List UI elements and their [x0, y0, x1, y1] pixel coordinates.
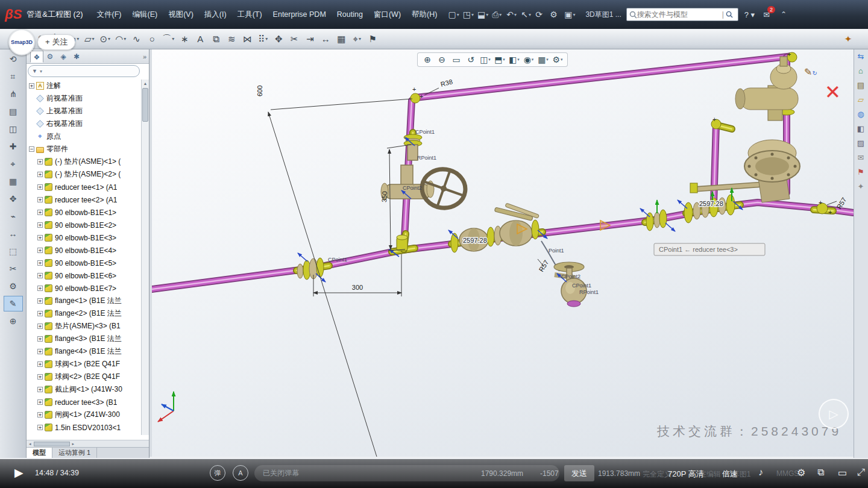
expand-toggle-icon[interactable]: + — [37, 387, 43, 392]
tree-item[interactable]: +flange<2> (B1E 法兰 — [27, 307, 141, 320]
exit-sketch-icon[interactable]: ✎ — [804, 67, 812, 77]
piping-3d-scene[interactable]: 600 350 300 R38 R57 R57 2597.28 2597.28 … — [152, 49, 854, 458]
panel-tab-1[interactable]: ⚙ — [43, 51, 57, 63]
sketch-tool-21[interactable]: ⚑ — [365, 31, 380, 48]
sketch-tool-6[interactable]: ∿ — [128, 31, 144, 48]
taskpane-tool-4[interactable]: ◍ — [854, 107, 867, 122]
left-tool-13[interactable]: ⚙ — [4, 278, 23, 294]
expand-toggle-icon[interactable]: + — [37, 374, 43, 380]
hud-tool-9[interactable]: ⚙▾ — [550, 53, 565, 66]
menu-item-3[interactable]: 插入(I) — [199, 8, 232, 22]
panel-chevron-icon[interactable]: » — [143, 53, 146, 60]
tree-item[interactable]: 前视基准面 — [27, 92, 141, 105]
tree-item[interactable]: +flange<1> (B1E 法兰 — [27, 295, 141, 307]
expand-toggle-icon[interactable]: + — [37, 298, 43, 304]
tree-item[interactable]: +reducer tee<1> (A1 — [27, 181, 141, 193]
expand-toggle-icon[interactable]: + — [37, 412, 43, 418]
expand-toggle-icon[interactable]: + — [37, 210, 43, 215]
sketch-tool-17[interactable]: ⇥ — [302, 31, 318, 48]
taskpane-tool-9[interactable]: ✦ — [854, 180, 867, 194]
capture-button[interactable]: ▣▾ — [562, 7, 577, 22]
sketch-tool-5[interactable]: ◠▾ — [113, 31, 128, 48]
expand-toggle-icon[interactable]: + — [37, 159, 43, 164]
sketch-tool-4[interactable]: ⊙▾ — [97, 31, 113, 48]
panel-tab-0[interactable]: ❖ — [30, 51, 43, 63]
print-button[interactable]: ⎙▾ — [490, 7, 505, 22]
uploader-avatar[interactable]: Smap3D — [8, 29, 35, 55]
cancel-sketch-icon[interactable]: ✕ — [825, 81, 841, 104]
send-danmaku-button[interactable]: 发送 — [564, 465, 594, 481]
tree-item[interactable]: +截止阀<1> (J41W-30 — [27, 383, 141, 396]
expand-toggle-icon[interactable]: + — [37, 260, 43, 266]
taskpane-tool-7[interactable]: ✉ — [854, 151, 867, 165]
left-tool-14[interactable]: ✎ — [4, 296, 23, 311]
tree-item[interactable]: +球阀<1> (B2E Q41F — [27, 358, 141, 371]
taskpane-tool-0[interactable]: ⇆ — [854, 49, 867, 64]
expand-toggle-icon[interactable]: + — [37, 425, 43, 430]
player-settings-icon[interactable]: ⚙ — [797, 467, 805, 478]
sketch-tool-trailing[interactable]: ✦ — [840, 31, 856, 48]
scroll-right-icon[interactable]: ▸ — [70, 442, 77, 446]
danmaku-style-icon[interactable]: A — [233, 465, 248, 481]
taskpane-tool-6[interactable]: ▨ — [854, 136, 867, 151]
select-button[interactable]: ↖▾ — [519, 7, 533, 22]
follow-button[interactable]: + 关注 — [37, 34, 75, 50]
left-tool-7[interactable]: ▦ — [4, 174, 23, 189]
menu-item-8[interactable]: 帮助(H) — [406, 8, 442, 22]
sketch-tool-20[interactable]: ⌖▾ — [349, 31, 365, 48]
taskpane-tool-2[interactable]: ▤ — [854, 78, 867, 93]
open-button[interactable]: ◳▾ — [461, 7, 476, 22]
tree-item[interactable]: +闸阀<1> (Z41W-300 — [27, 408, 141, 421]
panel-tab-2[interactable]: ◈ — [57, 51, 70, 63]
tree-vertical-scrollbar[interactable]: ▲ — [141, 80, 149, 435]
new-button[interactable]: ▢▾ — [446, 7, 461, 22]
taskpane-tool-3[interactable]: ▱ — [854, 93, 867, 107]
scroll-up-icon[interactable]: ▲ — [142, 80, 149, 87]
hud-tool-6[interactable]: ◧▾ — [507, 53, 521, 66]
expand-toggle-icon[interactable]: + — [37, 235, 43, 240]
tree-item[interactable]: −零部件 — [27, 143, 141, 155]
tree-item[interactable]: +90 elbowb-B1E<6> — [27, 269, 141, 282]
status-units[interactable]: MMGS — [776, 469, 799, 478]
search-box[interactable]: | — [626, 8, 738, 21]
menu-item-5[interactable]: Enterprise PDM — [268, 8, 332, 20]
tree-filter-input[interactable]: ▼ ▾ — [28, 65, 140, 77]
tree-item[interactable]: +90 elbowb-B1E<7> — [27, 282, 141, 295]
doc-tab-1[interactable]: 运动算例 1 — [52, 448, 97, 458]
sketch-tool-8[interactable]: ⌒▾ — [160, 31, 177, 48]
left-tool-5[interactable]: ✚ — [4, 139, 23, 154]
sketch-tool-14[interactable]: ⠿▾ — [255, 31, 271, 48]
tree-item[interactable]: +90 elbowb-B1E<5> — [27, 257, 141, 269]
tree-item[interactable]: 右视基准面 — [27, 117, 141, 130]
mini-play-button[interactable]: ▷ — [819, 399, 849, 429]
sketch-tool-16[interactable]: ✂ — [286, 31, 302, 48]
tree-item[interactable]: +flange<4> (B1E 法兰 — [27, 345, 141, 358]
expand-toggle-icon[interactable]: + — [37, 324, 43, 329]
tree-item[interactable]: +reducer tee<3> (B1 — [27, 396, 141, 408]
tree-item[interactable]: +1.5in ESDV20103<1 — [27, 421, 141, 434]
sketch-tool-7[interactable]: ○ — [144, 31, 160, 48]
left-tool-11[interactable]: ⬚ — [4, 243, 23, 259]
dimension-2597-a[interactable]: 2597.28 — [463, 237, 487, 244]
dimension-r57-branch[interactable]: R57 — [538, 259, 550, 273]
tree-item[interactable]: +flange<3> (B1E 法兰 — [27, 333, 141, 345]
hud-tool-4[interactable]: ◫▾ — [478, 53, 492, 66]
left-tool-8[interactable]: ✥ — [4, 191, 23, 207]
graphics-area[interactable]: 600 350 300 R38 R57 R57 2597.28 2597.28 … — [152, 49, 854, 458]
menu-item-1[interactable]: 编辑(E) — [127, 8, 163, 22]
left-tool-15[interactable]: ⊕ — [4, 313, 23, 329]
sketch-tool-10[interactable]: A — [192, 31, 208, 48]
left-tool-10[interactable]: ↔ — [4, 226, 23, 242]
collapse-ribbon-button[interactable]: ⌃ — [781, 10, 787, 19]
expand-toggle-icon[interactable]: + — [37, 399, 43, 405]
menu-item-2[interactable]: 视图(V) — [163, 8, 199, 22]
expand-toggle-icon[interactable]: + — [37, 286, 43, 291]
hud-tool-1[interactable]: ⊖ — [435, 53, 449, 66]
hud-tool-2[interactable]: ▭ — [449, 53, 464, 66]
sketch-tool-19[interactable]: ▦ — [333, 31, 349, 48]
menu-item-6[interactable]: Routing — [332, 8, 368, 20]
undo-button[interactable]: ↶▾ — [505, 7, 519, 22]
play-button[interactable]: ▶ — [14, 466, 24, 480]
sketch-tool-18[interactable]: ↔ — [318, 31, 333, 48]
left-tool-9[interactable]: ⌁ — [4, 208, 23, 224]
